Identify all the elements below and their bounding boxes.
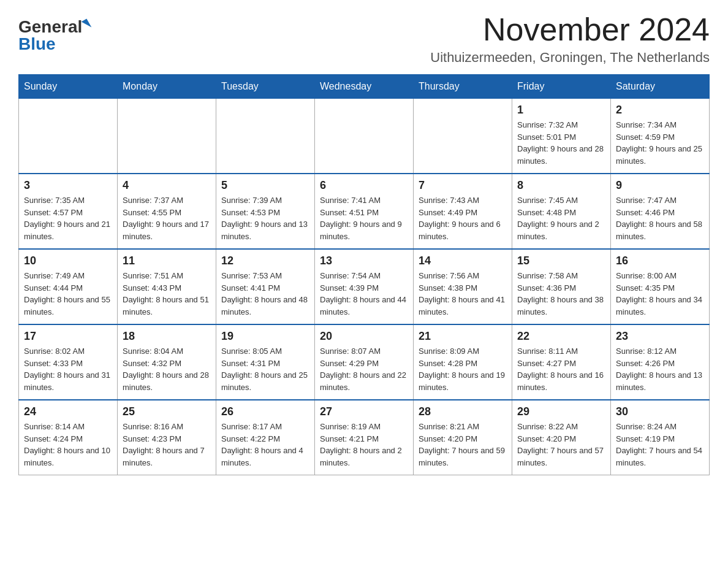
day-info: Sunrise: 7:43 AM Sunset: 4:49 PM Dayligh…	[419, 194, 507, 242]
calendar-cell: 12Sunrise: 7:53 AM Sunset: 4:41 PM Dayli…	[216, 249, 315, 324]
calendar-cell: 21Sunrise: 8:09 AM Sunset: 4:28 PM Dayli…	[414, 324, 512, 400]
day-number: 12	[221, 255, 309, 267]
title-block: November 2024 Uithuizermeeden, Groningen…	[430, 12, 710, 66]
day-info: Sunrise: 8:17 AM Sunset: 4:22 PM Dayligh…	[221, 421, 309, 469]
day-number: 16	[616, 255, 704, 267]
day-number: 28	[419, 405, 507, 418]
day-info: Sunrise: 7:37 AM Sunset: 4:55 PM Dayligh…	[123, 194, 211, 242]
day-number: 2	[616, 104, 704, 117]
day-number: 7	[419, 179, 507, 192]
logo: General Blue	[18, 18, 89, 53]
calendar-cell: 16Sunrise: 8:00 AM Sunset: 4:35 PM Dayli…	[611, 249, 710, 324]
calendar-cell: 11Sunrise: 7:51 AM Sunset: 4:43 PM Dayli…	[118, 249, 216, 324]
calendar-cell	[19, 99, 118, 174]
day-number: 24	[24, 405, 112, 418]
day-info: Sunrise: 7:58 AM Sunset: 4:36 PM Dayligh…	[517, 270, 605, 318]
calendar-header-thursday: Thursday	[414, 75, 512, 99]
calendar-cell: 5Sunrise: 7:39 AM Sunset: 4:53 PM Daylig…	[216, 174, 315, 249]
calendar-cell: 23Sunrise: 8:12 AM Sunset: 4:26 PM Dayli…	[611, 324, 710, 400]
day-number: 3	[24, 179, 112, 192]
calendar-header-tuesday: Tuesday	[216, 75, 315, 99]
calendar-table: SundayMondayTuesdayWednesdayThursdayFrid…	[18, 74, 710, 475]
calendar-header-sunday: Sunday	[19, 75, 118, 99]
calendar-cell: 15Sunrise: 7:58 AM Sunset: 4:36 PM Dayli…	[512, 249, 611, 324]
day-number: 14	[419, 255, 507, 267]
calendar-cell: 28Sunrise: 8:21 AM Sunset: 4:20 PM Dayli…	[414, 400, 512, 475]
calendar-cell	[216, 99, 315, 174]
day-number: 29	[517, 405, 605, 418]
calendar-header-row: SundayMondayTuesdayWednesdayThursdayFrid…	[19, 75, 710, 99]
calendar-cell: 18Sunrise: 8:04 AM Sunset: 4:32 PM Dayli…	[118, 324, 216, 400]
calendar-cell: 14Sunrise: 7:56 AM Sunset: 4:38 PM Dayli…	[414, 249, 512, 324]
day-info: Sunrise: 7:47 AM Sunset: 4:46 PM Dayligh…	[616, 194, 704, 242]
day-info: Sunrise: 8:11 AM Sunset: 4:27 PM Dayligh…	[517, 345, 605, 393]
month-title: November 2024	[430, 12, 710, 47]
day-number: 15	[517, 255, 605, 267]
calendar-week-row: 24Sunrise: 8:14 AM Sunset: 4:24 PM Dayli…	[19, 400, 710, 475]
calendar-cell	[315, 99, 414, 174]
calendar-week-row: 10Sunrise: 7:49 AM Sunset: 4:44 PM Dayli…	[19, 249, 710, 324]
calendar-week-row: 17Sunrise: 8:02 AM Sunset: 4:33 PM Dayli…	[19, 324, 710, 400]
day-info: Sunrise: 7:54 AM Sunset: 4:39 PM Dayligh…	[320, 270, 408, 318]
calendar-cell: 27Sunrise: 8:19 AM Sunset: 4:21 PM Dayli…	[315, 400, 414, 475]
day-number: 27	[320, 405, 408, 418]
calendar-cell: 8Sunrise: 7:45 AM Sunset: 4:48 PM Daylig…	[512, 174, 611, 249]
day-info: Sunrise: 8:04 AM Sunset: 4:32 PM Dayligh…	[123, 345, 211, 393]
calendar-cell: 7Sunrise: 7:43 AM Sunset: 4:49 PM Daylig…	[414, 174, 512, 249]
calendar-cell: 9Sunrise: 7:47 AM Sunset: 4:46 PM Daylig…	[611, 174, 710, 249]
day-number: 30	[616, 405, 704, 418]
day-number: 25	[123, 405, 211, 418]
calendar-cell	[118, 99, 216, 174]
calendar-cell: 17Sunrise: 8:02 AM Sunset: 4:33 PM Dayli…	[19, 324, 118, 400]
day-info: Sunrise: 8:21 AM Sunset: 4:20 PM Dayligh…	[419, 421, 507, 469]
day-info: Sunrise: 8:09 AM Sunset: 4:28 PM Dayligh…	[419, 345, 507, 393]
calendar-cell: 13Sunrise: 7:54 AM Sunset: 4:39 PM Dayli…	[315, 249, 414, 324]
day-info: Sunrise: 7:41 AM Sunset: 4:51 PM Dayligh…	[320, 194, 408, 242]
day-number: 21	[419, 330, 507, 343]
calendar-cell: 2Sunrise: 7:34 AM Sunset: 4:59 PM Daylig…	[611, 99, 710, 174]
calendar-cell: 20Sunrise: 8:07 AM Sunset: 4:29 PM Dayli…	[315, 324, 414, 400]
day-number: 18	[123, 330, 211, 343]
day-number: 1	[517, 104, 605, 117]
day-info: Sunrise: 8:12 AM Sunset: 4:26 PM Dayligh…	[616, 345, 704, 393]
day-number: 22	[517, 330, 605, 343]
day-info: Sunrise: 7:51 AM Sunset: 4:43 PM Dayligh…	[123, 270, 211, 318]
calendar-cell	[414, 99, 512, 174]
day-info: Sunrise: 8:19 AM Sunset: 4:21 PM Dayligh…	[320, 421, 408, 469]
day-number: 23	[616, 330, 704, 343]
calendar-cell: 4Sunrise: 7:37 AM Sunset: 4:55 PM Daylig…	[118, 174, 216, 249]
day-number: 6	[320, 179, 408, 192]
day-info: Sunrise: 7:56 AM Sunset: 4:38 PM Dayligh…	[419, 270, 507, 318]
calendar-cell: 19Sunrise: 8:05 AM Sunset: 4:31 PM Dayli…	[216, 324, 315, 400]
calendar-cell: 22Sunrise: 8:11 AM Sunset: 4:27 PM Dayli…	[512, 324, 611, 400]
day-info: Sunrise: 7:45 AM Sunset: 4:48 PM Dayligh…	[517, 194, 605, 242]
day-info: Sunrise: 8:16 AM Sunset: 4:23 PM Dayligh…	[123, 421, 211, 469]
day-info: Sunrise: 8:07 AM Sunset: 4:29 PM Dayligh…	[320, 345, 408, 393]
logo-arrow-icon	[82, 19, 92, 31]
calendar-week-row: 1Sunrise: 7:32 AM Sunset: 5:01 PM Daylig…	[19, 99, 710, 174]
day-number: 26	[221, 405, 309, 418]
calendar-cell: 29Sunrise: 8:22 AM Sunset: 4:20 PM Dayli…	[512, 400, 611, 475]
calendar-cell: 3Sunrise: 7:35 AM Sunset: 4:57 PM Daylig…	[19, 174, 118, 249]
day-number: 9	[616, 179, 704, 192]
day-number: 10	[24, 255, 112, 267]
calendar-cell: 24Sunrise: 8:14 AM Sunset: 4:24 PM Dayli…	[19, 400, 118, 475]
day-info: Sunrise: 8:24 AM Sunset: 4:19 PM Dayligh…	[616, 421, 704, 469]
day-info: Sunrise: 7:49 AM Sunset: 4:44 PM Dayligh…	[24, 270, 112, 318]
day-info: Sunrise: 8:22 AM Sunset: 4:20 PM Dayligh…	[517, 421, 605, 469]
day-info: Sunrise: 8:14 AM Sunset: 4:24 PM Dayligh…	[24, 421, 112, 469]
day-number: 13	[320, 255, 408, 267]
calendar-header-friday: Friday	[512, 75, 611, 99]
day-info: Sunrise: 8:00 AM Sunset: 4:35 PM Dayligh…	[616, 270, 704, 318]
calendar-cell: 6Sunrise: 7:41 AM Sunset: 4:51 PM Daylig…	[315, 174, 414, 249]
day-info: Sunrise: 8:02 AM Sunset: 4:33 PM Dayligh…	[24, 345, 112, 393]
day-info: Sunrise: 7:34 AM Sunset: 4:59 PM Dayligh…	[616, 119, 704, 167]
day-number: 11	[123, 255, 211, 267]
day-info: Sunrise: 7:32 AM Sunset: 5:01 PM Dayligh…	[517, 119, 605, 167]
calendar-header-monday: Monday	[118, 75, 216, 99]
page-header: General Blue November 2024 Uithuizermeed…	[18, 12, 710, 66]
day-number: 17	[24, 330, 112, 343]
day-number: 5	[221, 179, 309, 192]
calendar-header-wednesday: Wednesday	[315, 75, 414, 99]
day-info: Sunrise: 8:05 AM Sunset: 4:31 PM Dayligh…	[221, 345, 309, 393]
